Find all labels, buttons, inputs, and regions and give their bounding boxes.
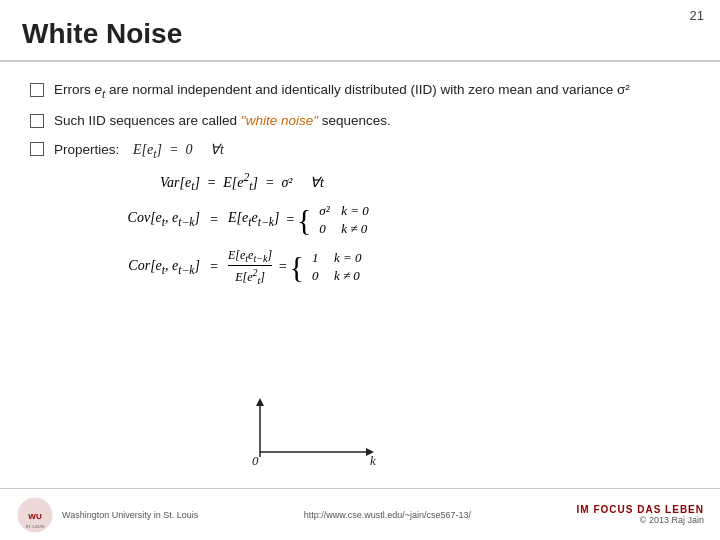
cor-brace-row-2: 0 k ≠ 0 bbox=[312, 267, 362, 285]
formula-cov-eq: = bbox=[200, 212, 228, 228]
cor-brace-row-1: 1 k = 0 bbox=[312, 249, 362, 267]
bullet-icon-3 bbox=[30, 142, 44, 156]
svg-marker-1 bbox=[256, 398, 264, 406]
content-area: Errors et are normal independent and ide… bbox=[0, 62, 720, 301]
cor-brace: { bbox=[290, 252, 304, 282]
svg-text:k: k bbox=[370, 453, 376, 468]
footer-right: IM FOCUS DAS LEBEN © 2013 Raj Jain bbox=[577, 504, 704, 525]
page-number: 21 bbox=[690, 8, 704, 23]
cov-cond-1: k = 0 bbox=[341, 202, 369, 220]
formula-var: Var[et] = E[e2t] = σ² ∀t bbox=[160, 171, 690, 193]
bullet-item-3: Properties: E[et] = 0 ∀t bbox=[30, 139, 690, 163]
slide-title: White Noise bbox=[22, 18, 182, 49]
svg-text:ST. LOUIS: ST. LOUIS bbox=[26, 524, 45, 529]
cor-val-2: 0 bbox=[312, 267, 326, 285]
footer-copyright: © 2013 Raj Jain bbox=[577, 515, 704, 525]
cor-brace-group: 1 k = 0 0 k ≠ 0 bbox=[312, 249, 362, 285]
university-logo: WU ST. LOUIS bbox=[16, 496, 54, 534]
im-focus-label: IM FOCUS DAS LEBEN bbox=[577, 504, 704, 515]
cov-val-1: σ² bbox=[319, 202, 333, 220]
formula-cor-eq: = bbox=[200, 259, 228, 275]
bullet-text-1: Errors et are normal independent and ide… bbox=[54, 80, 690, 103]
cor-cond-2: k ≠ 0 bbox=[334, 267, 360, 285]
formula-cov-rhs: E[etet−k] bbox=[228, 210, 279, 229]
cov-brace-group: σ² k = 0 0 k ≠ 0 bbox=[319, 202, 369, 238]
cov-brace-row-1: σ² k = 0 bbox=[319, 202, 369, 220]
formula-cov-lhs: Cov[et, et−k] bbox=[30, 210, 200, 229]
bullet-icon-2 bbox=[30, 114, 44, 128]
slide: 21 White Noise Errors et are normal inde… bbox=[0, 0, 720, 540]
cov-brace-row-2: 0 k ≠ 0 bbox=[319, 220, 369, 238]
fraction-denominator: E[e2t] bbox=[235, 266, 265, 286]
bullet-item-2: Such IID sequences are called "white noi… bbox=[30, 111, 690, 131]
bullet-text-3: Properties: E[et] = 0 ∀t bbox=[54, 139, 690, 163]
cov-brace: { bbox=[297, 205, 311, 235]
formula-cov-block: Cov[et, et−k] = E[etet−k] = { σ² k = 0 0… bbox=[30, 202, 690, 238]
formula-cor-fraction: E[etet−k] E[e2t] bbox=[228, 248, 272, 287]
formula-cor-eq2: = bbox=[278, 259, 287, 275]
svg-text:WU: WU bbox=[28, 512, 42, 521]
title-bar: White Noise bbox=[0, 0, 720, 62]
formula-cor-block: Cor[et, et−k] = E[etet−k] E[e2t] = { 1 k… bbox=[30, 248, 690, 287]
cor-val-1: 1 bbox=[312, 249, 326, 267]
footer-school-name: Washington University in St. Louis bbox=[62, 510, 198, 520]
fraction-numerator: E[etet−k] bbox=[228, 248, 272, 266]
footer-url: http://www.cse.wustl.edu/~jain/cse567-13… bbox=[304, 510, 471, 520]
svg-text:0: 0 bbox=[252, 453, 259, 468]
axis-svg: 0 k bbox=[220, 392, 380, 472]
bullet-text-2: Such IID sequences are called "white noi… bbox=[54, 111, 690, 131]
footer: WU ST. LOUIS Washington University in St… bbox=[0, 488, 720, 540]
footer-left: WU ST. LOUIS Washington University in St… bbox=[16, 496, 198, 534]
bullet-icon-1 bbox=[30, 83, 44, 97]
cov-val-2: 0 bbox=[319, 220, 333, 238]
axis-diagram: 0 k bbox=[220, 392, 380, 472]
cov-cond-2: k ≠ 0 bbox=[341, 220, 367, 238]
formula-inline-1: E[et] = 0 ∀t bbox=[133, 142, 224, 157]
bullet-item-1: Errors et are normal independent and ide… bbox=[30, 80, 690, 103]
formula-cor-lhs: Cor[et, et−k] bbox=[30, 258, 200, 277]
formula-cov-eq2: = bbox=[285, 212, 294, 228]
cor-cond-1: k = 0 bbox=[334, 249, 362, 267]
white-noise-term: "white noise" bbox=[241, 113, 318, 128]
